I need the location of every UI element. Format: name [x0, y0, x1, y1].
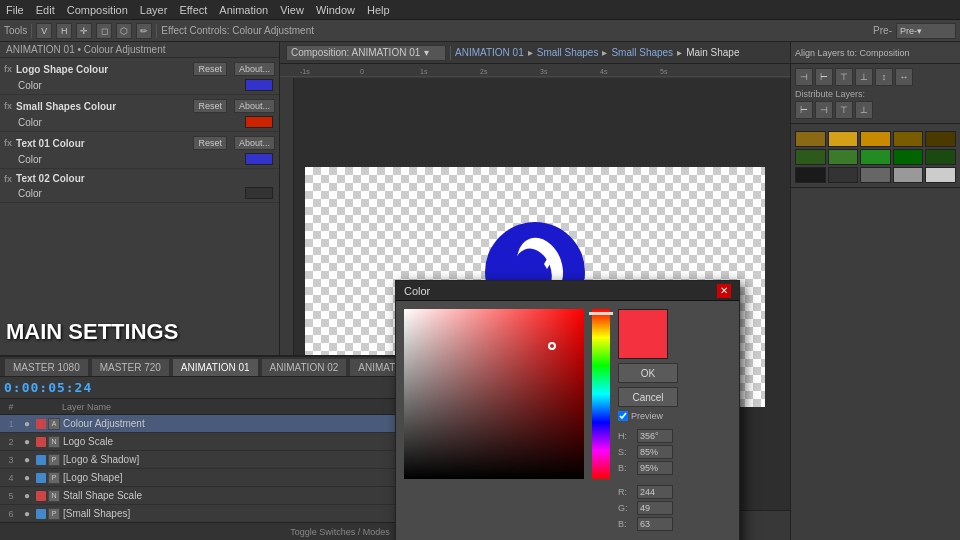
right-panel-top: Align Layers to: Composition [791, 42, 960, 64]
b-label: B: [618, 463, 634, 473]
right-panel: Align Layers to: Composition ⊣ ⊢ ⊤ ⊥ ↕ ↔… [790, 42, 960, 540]
tool-btn-3[interactable]: ✛ [76, 23, 92, 39]
swatch-13[interactable] [893, 167, 924, 183]
dialog-right-panel: OK Cancel Preview H: S: B: [618, 309, 731, 540]
comp-dropdown[interactable]: Composition: ANIMATION 01 ▾ [286, 45, 446, 61]
swatch-12[interactable] [860, 167, 891, 183]
text01-color-label: Color [18, 154, 42, 165]
s-input[interactable] [637, 445, 673, 459]
tab-animation01[interactable]: ANIMATION 01 [172, 358, 259, 376]
menu-composition[interactable]: Composition [67, 4, 128, 16]
toggle-switches-label: Toggle Switches / Modes [290, 527, 390, 537]
menu-animation[interactable]: Animation [219, 4, 268, 16]
canvas-toolbar: Composition: ANIMATION 01 ▾ ANIMATION 01… [280, 42, 790, 64]
swatch-9[interactable] [925, 149, 956, 165]
dialog-ok-button[interactable]: OK [618, 363, 678, 383]
menu-file[interactable]: File [6, 4, 24, 16]
r-input[interactable] [637, 485, 673, 499]
tool-btn-4[interactable]: ◻ [96, 23, 112, 39]
r-label: R: [618, 487, 634, 497]
breadcrumb-part2[interactable]: Small Shapes [537, 47, 599, 58]
preview-checkbox[interactable] [618, 411, 628, 421]
breadcrumb-part1[interactable]: ANIMATION 01 [455, 47, 524, 58]
text01-reset[interactable]: Reset [193, 136, 227, 150]
align-bottom-btn[interactable]: ↔ [895, 68, 913, 86]
swatch-5[interactable] [795, 149, 826, 165]
small-shapes-about[interactable]: About... [234, 99, 275, 113]
logo-shape-color-prop: Color [4, 78, 275, 92]
timecode: 0:00:05:24 [4, 380, 92, 395]
small-shapes-title: fx Small Shapes Colour Reset About... [4, 97, 275, 115]
s-label: S: [618, 447, 634, 457]
align-right-btn[interactable]: ⊤ [835, 68, 853, 86]
dialog-cancel-button[interactable]: Cancel [618, 387, 678, 407]
align-middle-btn[interactable]: ↕ [875, 68, 893, 86]
dist-2-btn[interactable]: ⊣ [815, 101, 833, 119]
menu-edit[interactable]: Edit [36, 4, 55, 16]
tool-btn-2[interactable]: H [56, 23, 72, 39]
text02-color-swatch[interactable] [245, 187, 273, 199]
swatch-10[interactable] [795, 167, 826, 183]
swatch-6[interactable] [828, 149, 859, 165]
breadcrumb-part4[interactable]: Main Shape [686, 47, 739, 58]
color-gradient-box[interactable] [404, 309, 584, 479]
text02-label: Text 02 Colour [16, 173, 85, 184]
tool-btn-1[interactable]: V [36, 23, 52, 39]
swatch-1[interactable] [828, 131, 859, 147]
menu-help[interactable]: Help [367, 4, 390, 16]
tab-master1080[interactable]: MASTER 1080 [4, 358, 89, 376]
b2-field-row: B: [618, 517, 731, 531]
dialog-close-button[interactable]: ✕ [717, 284, 731, 298]
b2-input[interactable] [637, 517, 673, 531]
text01-color-prop: Color [4, 152, 275, 166]
dist-4-btn[interactable]: ⊥ [855, 101, 873, 119]
swatch-11[interactable] [828, 167, 859, 183]
dist-3-btn[interactable]: ⊤ [835, 101, 853, 119]
menu-layer[interactable]: Layer [140, 4, 168, 16]
tab-master720[interactable]: MASTER 720 [91, 358, 170, 376]
dist-1-btn[interactable]: ⊢ [795, 101, 813, 119]
effect-row-text01: fx Text 01 Colour Reset About... Color [0, 132, 279, 169]
tool-btn-5[interactable]: ⬡ [116, 23, 132, 39]
logo-shape-about[interactable]: About... [234, 62, 275, 76]
h-input[interactable] [637, 429, 673, 443]
menu-effect[interactable]: Effect [179, 4, 207, 16]
menu-window[interactable]: Window [316, 4, 355, 16]
right-align-section: ⊣ ⊢ ⊤ ⊥ ↕ ↔ Distribute Layers: ⊢ ⊣ ⊤ ⊥ [791, 64, 960, 124]
align-left-btn[interactable]: ⊣ [795, 68, 813, 86]
r-field-row: R: [618, 485, 731, 499]
color-dialog: Color ✕ OK Cancel Preview [395, 280, 740, 540]
logo-shape-reset[interactable]: Reset [193, 62, 227, 76]
align-center-btn[interactable]: ⊢ [815, 68, 833, 86]
small-shapes-reset[interactable]: Reset [193, 99, 227, 113]
swatch-0[interactable] [795, 131, 826, 147]
logo-shape-color-swatch[interactable] [245, 79, 273, 91]
text01-color-swatch[interactable] [245, 153, 273, 165]
color-swatches-section [791, 124, 960, 188]
preview-label: Preview [631, 411, 663, 421]
swatch-8[interactable] [893, 149, 924, 165]
menu-view[interactable]: View [280, 4, 304, 16]
swatch-7[interactable] [860, 149, 891, 165]
swatch-4[interactable] [925, 131, 956, 147]
effect-controls-label: Effect Controls: Colour Adjustment [161, 25, 314, 36]
logo-shape-color-label: Color [18, 80, 42, 91]
small-shapes-color-swatch[interactable] [245, 116, 273, 128]
g-input[interactable] [637, 501, 673, 515]
gradient-cursor [548, 342, 556, 350]
small-shapes-label: Small Shapes Colour [16, 101, 116, 112]
tool-btn-6[interactable]: ✏ [136, 23, 152, 39]
hue-slider[interactable] [592, 309, 610, 479]
text01-about[interactable]: About... [234, 136, 275, 150]
small-shapes-color-prop: Color [4, 115, 275, 129]
breadcrumb-part3[interactable]: Small Shapes [611, 47, 673, 58]
swatch-3[interactable] [893, 131, 924, 147]
tab-animation02[interactable]: ANIMATION 02 [261, 358, 348, 376]
preview-checkbox-row: Preview [618, 411, 731, 421]
pre-dropdown[interactable]: Pre-▾ [896, 23, 956, 39]
b-input[interactable] [637, 461, 673, 475]
align-top-btn[interactable]: ⊥ [855, 68, 873, 86]
swatch-14[interactable] [925, 167, 956, 183]
swatch-2[interactable] [860, 131, 891, 147]
color-preview-swatch [618, 309, 668, 359]
